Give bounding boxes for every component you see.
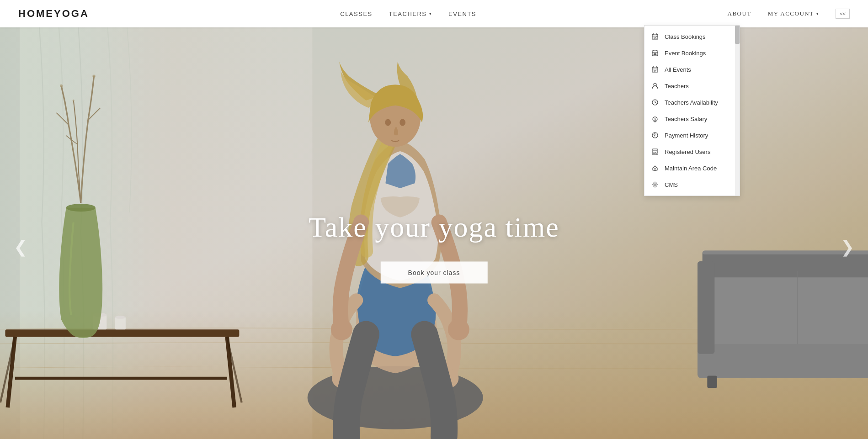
svg-rect-11 bbox=[654, 169, 656, 170]
dropdown-item-cms[interactable]: CMS bbox=[644, 176, 740, 193]
teachers-dropdown-arrow: ▾ bbox=[429, 11, 432, 16]
event-bookings-icon bbox=[651, 49, 659, 57]
hero-content: Take your yoga time Book your class bbox=[309, 211, 559, 283]
teachers-icon bbox=[651, 82, 659, 90]
carousel-prev-button[interactable]: ❮ bbox=[14, 238, 27, 257]
registered-users-label: Registered Users bbox=[665, 148, 710, 155]
dropdown-scrollbar-thumb bbox=[735, 26, 740, 44]
svg-rect-2 bbox=[652, 51, 658, 56]
dropdown-item-maintain-area-code[interactable]: Maintain Area Code bbox=[644, 160, 740, 176]
nav-links: CLASSES TEACHERS ▾ EVENTS bbox=[340, 11, 476, 17]
maintain-area-code-icon bbox=[651, 164, 659, 172]
payment-history-label: Payment History bbox=[665, 132, 708, 139]
dropdown-item-teachers-salary[interactable]: Teachers Salary bbox=[644, 111, 740, 127]
dropdown-item-registered-users[interactable]: Registered Users bbox=[644, 143, 740, 160]
teachers-availability-label: Teachers Availability bbox=[665, 99, 718, 106]
nav-about[interactable]: ABOUT bbox=[728, 10, 751, 17]
dropdown-item-class-bookings[interactable]: Class Bookings bbox=[644, 28, 740, 45]
cms-label: CMS bbox=[665, 181, 678, 188]
dropdown-item-all-events[interactable]: All Events bbox=[644, 61, 740, 78]
dropdown-item-payment-history[interactable]: Payment History bbox=[644, 127, 740, 143]
nav-collapse-button[interactable]: << bbox=[836, 9, 850, 19]
dropdown-item-teachers[interactable]: Teachers bbox=[644, 78, 740, 94]
nav-my-account-dropdown[interactable]: MY ACCOUNT ▾ bbox=[768, 10, 819, 17]
nav-teachers-dropdown[interactable]: TEACHERS ▾ bbox=[389, 11, 432, 17]
event-bookings-label: Event Bookings bbox=[665, 50, 706, 57]
all-events-icon bbox=[651, 65, 659, 74]
navbar: HOMEYOGA CLASSES TEACHERS ▾ EVENTS ABOUT… bbox=[0, 0, 868, 27]
book-class-button[interactable]: Book your class bbox=[381, 261, 488, 283]
dropdown-scrollbar[interactable] bbox=[735, 26, 740, 196]
teachers-availability-icon bbox=[651, 98, 659, 106]
brand-logo[interactable]: HOMEYOGA bbox=[18, 8, 89, 20]
my-account-dropdown-arrow: ▾ bbox=[816, 11, 820, 16]
teachers-salary-label: Teachers Salary bbox=[665, 116, 707, 122]
my-account-dropdown-menu: Class Bookings Event Bookings All Events bbox=[644, 25, 740, 196]
nav-right: ABOUT MY ACCOUNT ▾ << bbox=[728, 9, 850, 19]
all-events-label: All Events bbox=[665, 66, 691, 73]
svg-point-12 bbox=[654, 184, 656, 185]
maintain-area-code-label: Maintain Area Code bbox=[665, 165, 717, 172]
nav-classes[interactable]: CLASSES bbox=[340, 11, 372, 17]
dropdown-item-event-bookings[interactable]: Event Bookings bbox=[644, 45, 740, 61]
class-bookings-label: Class Bookings bbox=[665, 33, 706, 40]
carousel-next-button[interactable]: ❯ bbox=[841, 238, 854, 257]
svg-rect-3 bbox=[654, 54, 656, 55]
teachers-label: Teachers bbox=[665, 83, 689, 90]
payment-history-icon bbox=[651, 131, 659, 139]
teachers-salary-icon bbox=[651, 115, 659, 123]
registered-users-icon bbox=[651, 148, 659, 156]
hero-title: Take your yoga time bbox=[309, 211, 559, 243]
class-bookings-icon bbox=[651, 32, 659, 41]
svg-point-5 bbox=[654, 83, 656, 86]
dropdown-item-teachers-availability[interactable]: Teachers Availability bbox=[644, 94, 740, 111]
cms-icon bbox=[651, 180, 659, 189]
nav-events[interactable]: EVENTS bbox=[448, 11, 476, 17]
